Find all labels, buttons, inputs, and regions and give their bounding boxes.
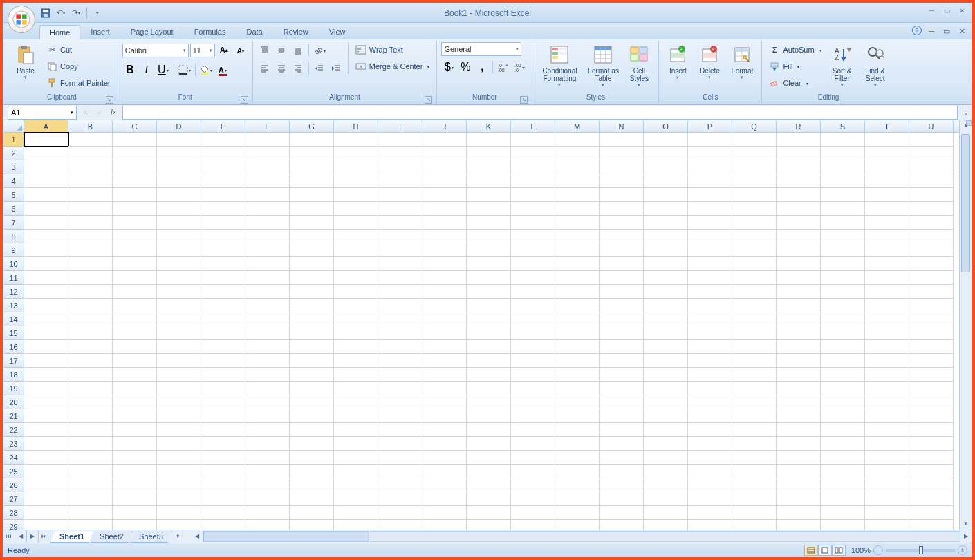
cell[interactable]: [555, 230, 600, 243]
cell[interactable]: [600, 451, 644, 465]
cell[interactable]: [201, 423, 245, 437]
cell[interactable]: [334, 437, 378, 451]
cell[interactable]: [157, 271, 201, 285]
column-header[interactable]: K: [467, 120, 511, 132]
cell[interactable]: [732, 257, 777, 271]
cell[interactable]: [821, 147, 865, 160]
cell[interactable]: [555, 354, 600, 368]
cell[interactable]: [777, 395, 821, 409]
cell[interactable]: [865, 147, 909, 160]
column-header[interactable]: T: [865, 120, 909, 132]
cell[interactable]: [909, 520, 954, 530]
cell[interactable]: [865, 423, 909, 437]
cell[interactable]: [467, 492, 511, 506]
cell[interactable]: [68, 437, 113, 451]
cell[interactable]: [423, 382, 467, 395]
cell[interactable]: [644, 451, 688, 465]
row-header[interactable]: 22: [3, 423, 24, 437]
cell[interactable]: [113, 188, 157, 202]
column-header[interactable]: P: [688, 120, 732, 132]
cell[interactable]: [777, 478, 821, 492]
cell[interactable]: [909, 174, 954, 188]
cell[interactable]: [909, 409, 954, 423]
merge-center-button[interactable]: aMerge & Center▾: [353, 59, 433, 74]
underline-icon[interactable]: U▾: [156, 62, 171, 77]
cell[interactable]: [688, 188, 732, 202]
clear-button[interactable]: Clear▾: [766, 75, 824, 91]
cell[interactable]: [644, 520, 688, 530]
cell[interactable]: [334, 202, 378, 216]
cell[interactable]: [334, 326, 378, 340]
cell[interactable]: [245, 257, 290, 271]
conditional-formatting-button[interactable]: Conditional Formatting▾: [537, 42, 582, 92]
cell[interactable]: [157, 285, 201, 299]
cell[interactable]: [245, 326, 290, 340]
cell[interactable]: [24, 216, 68, 230]
cell[interactable]: [423, 451, 467, 465]
cell[interactable]: [113, 174, 157, 188]
column-header[interactable]: E: [201, 120, 245, 132]
cell[interactable]: [555, 285, 600, 299]
cell[interactable]: [423, 506, 467, 520]
alignment-launcher[interactable]: ↘: [425, 96, 432, 104]
cell[interactable]: [688, 202, 732, 216]
cell[interactable]: [157, 492, 201, 506]
cell[interactable]: [334, 465, 378, 478]
cell[interactable]: [511, 216, 555, 230]
cell[interactable]: [157, 202, 201, 216]
cell[interactable]: [821, 409, 865, 423]
cell[interactable]: [245, 133, 290, 147]
cell[interactable]: [511, 243, 555, 257]
cell[interactable]: [732, 188, 777, 202]
cell[interactable]: [113, 465, 157, 478]
save-icon[interactable]: [39, 7, 52, 19]
cell[interactable]: [732, 520, 777, 530]
cell[interactable]: [600, 174, 644, 188]
cell[interactable]: [732, 423, 777, 437]
cell[interactable]: [777, 423, 821, 437]
cell[interactable]: [821, 202, 865, 216]
cell[interactable]: [688, 230, 732, 243]
zoom-in-icon[interactable]: +: [958, 545, 967, 555]
cell[interactable]: [555, 395, 600, 409]
cell[interactable]: [378, 520, 423, 530]
cell[interactable]: [201, 437, 245, 451]
cell[interactable]: [821, 354, 865, 368]
clipboard-launcher[interactable]: ↘: [106, 96, 113, 104]
cell[interactable]: [732, 312, 777, 326]
cell[interactable]: [644, 188, 688, 202]
row-header[interactable]: 13: [3, 299, 24, 312]
cell[interactable]: [600, 202, 644, 216]
cell[interactable]: [24, 451, 68, 465]
cell[interactable]: [334, 506, 378, 520]
cell[interactable]: [600, 216, 644, 230]
cell[interactable]: [24, 147, 68, 160]
cell[interactable]: [511, 409, 555, 423]
cell[interactable]: [467, 340, 511, 354]
cell[interactable]: [644, 340, 688, 354]
cell[interactable]: [378, 492, 423, 506]
cell[interactable]: [290, 326, 334, 340]
cell[interactable]: [467, 243, 511, 257]
cell[interactable]: [555, 133, 600, 147]
font-launcher[interactable]: ↘: [241, 96, 248, 104]
cell[interactable]: [732, 174, 777, 188]
cell[interactable]: [732, 382, 777, 395]
tab-home[interactable]: Home: [39, 25, 80, 39]
cell[interactable]: [467, 423, 511, 437]
cell[interactable]: [24, 243, 68, 257]
row-header[interactable]: 19: [3, 382, 24, 395]
cell[interactable]: [24, 437, 68, 451]
normal-view-icon[interactable]: [804, 545, 818, 556]
cell[interactable]: [290, 465, 334, 478]
cell[interactable]: [644, 285, 688, 299]
cell[interactable]: [777, 202, 821, 216]
cell[interactable]: [865, 340, 909, 354]
cell[interactable]: [688, 312, 732, 326]
column-header[interactable]: L: [511, 120, 555, 132]
cell[interactable]: [688, 465, 732, 478]
cell[interactable]: [511, 230, 555, 243]
cell[interactable]: [24, 368, 68, 382]
align-left-icon[interactable]: [257, 61, 272, 76]
prev-sheet-icon[interactable]: ◀: [15, 530, 27, 543]
